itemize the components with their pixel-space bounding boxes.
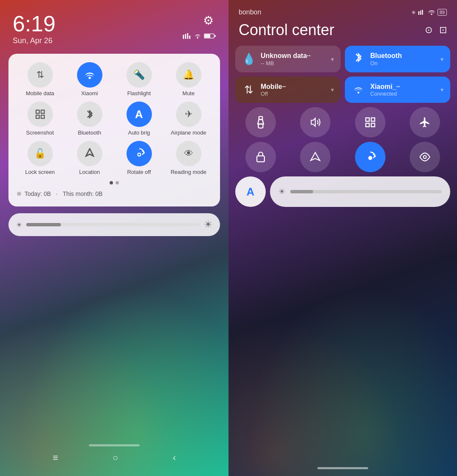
toggle-screenshot[interactable]: Screenshot	[17, 102, 63, 136]
toggle-flashlight[interactable]: 🔦 Flashlight	[116, 62, 162, 96]
right-status-icons: ✳ 89	[411, 9, 447, 16]
svg-rect-11	[36, 115, 39, 118]
nav-menu-icon[interactable]: ≡	[52, 452, 58, 463]
brightness-low-icon: ☀	[16, 221, 22, 229]
svg-rect-15	[418, 11, 419, 15]
tile-bluetooth[interactable]: Bluetooth On ▾	[345, 46, 450, 72]
tile-mobile-icon: ⇅	[242, 83, 256, 96]
tile-mobile-sub: Off	[261, 91, 326, 97]
battery-icon: 89	[438, 9, 447, 16]
svg-rect-26	[257, 156, 264, 162]
toggle-wifi[interactable]: Xiaomi	[66, 62, 113, 96]
svg-rect-24	[366, 124, 369, 127]
toggle-location[interactable]: Location	[66, 141, 113, 175]
tile-wifi-sub: Connected	[370, 91, 435, 97]
dot-1	[110, 181, 113, 184]
carrier-name: bonbon	[239, 8, 261, 16]
tile-bluetooth-text: Bluetooth On	[370, 52, 435, 66]
rotate-label: Rotate off	[127, 169, 151, 175]
reading-label: Reading mode	[171, 169, 206, 175]
svg-point-19	[358, 91, 360, 94]
mute-icon: 🔔	[176, 62, 201, 88]
left-status-icons	[183, 33, 216, 39]
small-toggle-lock[interactable]	[245, 142, 276, 172]
left-brightness-bar[interactable]: ☀ ☀	[8, 213, 220, 236]
data-separator: ·	[56, 190, 58, 197]
svg-rect-22	[366, 118, 369, 121]
small-toggle-location[interactable]	[300, 142, 330, 172]
toggle-airplane[interactable]: ✈ Airplane mode	[165, 102, 212, 136]
tile-wifi-title: Xiaomi_··	[370, 83, 435, 91]
svg-rect-0	[183, 35, 184, 39]
left-time: 6:19	[13, 13, 55, 35]
small-toggle-grid-1	[228, 107, 457, 138]
svg-rect-2	[187, 33, 188, 39]
svg-rect-6	[204, 34, 210, 38]
svg-point-29	[424, 156, 427, 159]
svg-marker-27	[311, 153, 320, 161]
toggle-bluetooth[interactable]: Bluetooth	[66, 102, 113, 136]
location-icon	[77, 141, 102, 166]
flashlight-label: Flashlight	[127, 90, 151, 96]
toggle-mobile-data[interactable]: ⇅ Mobile data	[17, 62, 63, 96]
airplane-icon: ✈	[176, 102, 201, 127]
lock-screen-icon: 🔓	[28, 141, 53, 166]
tile-wifi-arrow: ▾	[440, 86, 443, 93]
tile-data-usage[interactable]: 💧 Unknown data·· -- MB ▾	[235, 46, 341, 72]
svg-point-14	[138, 153, 140, 156]
left-nav-bar: ≡ ○ ‹	[0, 452, 228, 463]
small-toggle-flashlight[interactable]	[245, 107, 276, 138]
svg-rect-12	[41, 115, 44, 118]
right-brightness-fill	[290, 190, 313, 193]
left-date: Sun, Apr 26	[13, 36, 55, 45]
auto-brightness-button[interactable]: A	[235, 176, 266, 207]
right-home-indicator	[317, 467, 368, 469]
cc-settings-icon[interactable]: ⊙	[425, 25, 432, 36]
tile-wifi[interactable]: Xiaomi_·· Connected ▾	[345, 77, 450, 103]
small-toggle-airplane[interactable]	[410, 107, 440, 138]
svg-rect-3	[189, 36, 190, 39]
bluetooth-label: Bluetooth	[78, 129, 101, 136]
data-month: This month: 0B	[63, 190, 102, 197]
control-center-title: Control center	[239, 21, 334, 39]
nav-back-icon[interactable]: ‹	[173, 452, 176, 463]
data-usage-text: Unknown data·· -- MB	[261, 52, 326, 66]
airplane-label: Airplane mode	[171, 129, 206, 136]
toggle-rotate[interactable]: Rotate off	[116, 141, 162, 175]
auto-bright-icon: A	[127, 102, 152, 127]
toggle-grid: ⇅ Mobile data Xiaomi 🔦 Flashlight 🔔 Mute	[17, 62, 212, 175]
right-brightness-bar[interactable]: ☀	[270, 176, 450, 207]
small-toggle-reading[interactable]	[410, 142, 440, 172]
cc-header-icons: ⊙ ⊡	[425, 25, 447, 36]
toggle-lock-screen[interactable]: 🔓 Lock screen	[17, 141, 63, 175]
left-control-panel: ⇅ Mobile data Xiaomi 🔦 Flashlight 🔔 Mute	[8, 54, 220, 206]
toggle-reading[interactable]: 👁 Reading mode	[165, 141, 212, 175]
settings-gear-icon[interactable]: ⚙	[201, 13, 216, 28]
svg-marker-13	[86, 149, 93, 156]
nav-home-icon[interactable]: ○	[113, 452, 118, 463]
data-dot-icon	[17, 192, 21, 196]
left-status-bar: 6:19 Sun, Apr 26 ⚙	[0, 0, 228, 45]
mobile-data-icon: ⇅	[28, 62, 53, 88]
svg-point-18	[431, 14, 432, 15]
tile-mobile-text: Mobile·· Off	[261, 83, 326, 97]
svg-rect-23	[371, 118, 374, 121]
small-toggle-screenshot[interactable]	[355, 107, 385, 138]
lock-screen-label: Lock screen	[25, 169, 55, 175]
toggle-auto-bright[interactable]: A Auto brig	[116, 102, 162, 136]
tile-bluetooth-arrow: ▾	[440, 56, 443, 63]
small-toggle-rotate[interactable]	[355, 142, 385, 172]
tile-bluetooth-icon	[352, 52, 365, 66]
toggle-mute[interactable]: 🔔 Mute	[165, 62, 212, 96]
tile-bluetooth-sub: On	[370, 60, 435, 66]
bluetooth-status-icon: ✳	[411, 9, 416, 16]
tile-bluetooth-title: Bluetooth	[370, 52, 435, 60]
small-toggle-mute[interactable]	[300, 107, 330, 138]
cc-edit-icon[interactable]: ⊡	[439, 25, 447, 36]
brightness-track[interactable]	[26, 223, 200, 226]
brightness-fill	[26, 223, 61, 226]
right-brightness-icon: ☀	[278, 187, 285, 196]
svg-rect-10	[41, 110, 44, 113]
right-brightness-track[interactable]	[290, 190, 442, 193]
tile-mobile[interactable]: ⇅ Mobile·· Off ▾	[235, 77, 341, 103]
